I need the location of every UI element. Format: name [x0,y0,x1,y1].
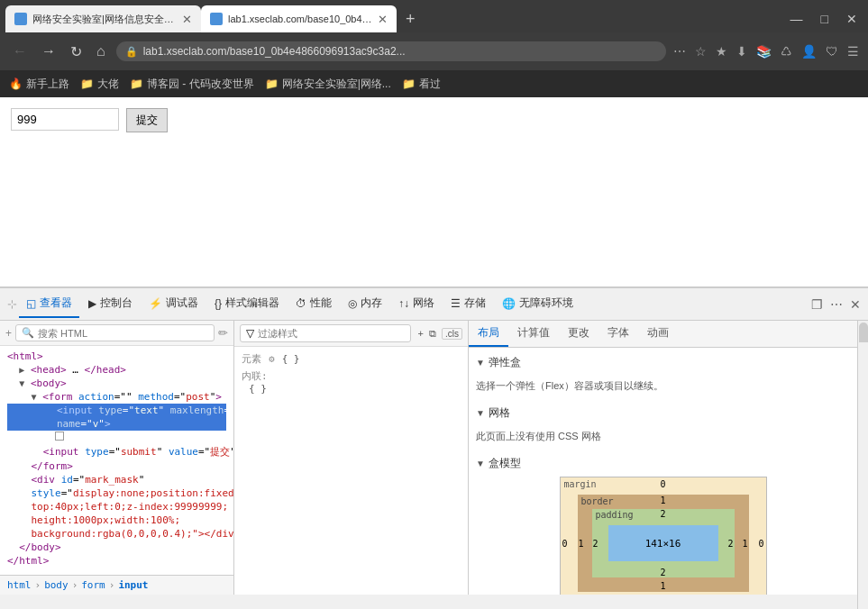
maximize-button[interactable]: □ [816,10,834,28]
close-button[interactable]: ✕ [841,10,863,28]
devtools-picker-icon[interactable]: ⊹ [7,297,17,311]
border-bottom-val: 1 [660,581,665,591]
html-line-body-close[interactable]: </body> [7,541,226,554]
html-line-form[interactable]: ▼ <form action="" method="post"> [7,390,226,404]
lt-tab-layout[interactable]: 布局 [469,321,508,347]
css-cls-badge[interactable]: .cls [442,328,462,340]
margin-left-val: 0 [562,539,568,549]
style-editor-icon: {} [215,297,222,310]
box-section: ▼ 盒模型 margin 0 0 0 0 [476,456,850,595]
layout-tabs: 布局 计算值 更改 字体 动画 [469,321,857,348]
css-add-icon[interactable]: + [418,328,424,340]
css-copy-icon[interactable]: ⧉ [429,328,436,340]
bookmark-cnblogs[interactable]: 📁 博客园 - 代码改变世界 [130,77,254,92]
html-search-input[interactable] [38,328,208,339]
tab-bar: 网络安全实验室|网络信息安全攻防... ✕ lab1.xseclab.com/b… [0,0,868,32]
lt-tab-computed[interactable]: 计算值 [508,321,559,347]
address-text: lab1.xseclab.com/base10_0b4e4866096913ac… [143,45,657,58]
dt-tab-network[interactable]: ↑↓ 网络 [391,290,442,318]
html-search-box[interactable]: 🔍 [15,324,215,341]
devtools-more-icon[interactable]: ⋯ [830,297,843,312]
bookmark-dalo[interactable]: 📁 大佬 [80,77,119,92]
tab-close-1[interactable]: ✕ [182,13,192,26]
html-line-html[interactable]: <html> [7,350,226,363]
tab-2[interactable]: lab1.xseclab.com/base10_0b4e4... ✕ [201,5,397,32]
breadcrumb-html[interactable]: html [7,579,32,591]
html-line-html-close[interactable]: </html> [7,554,226,568]
library-icon[interactable]: 📚 [756,44,772,59]
html-line-div[interactable]: <div id="mark_mask" [7,473,226,486]
minimize-button[interactable]: — [785,10,809,28]
breadcrumb-body[interactable]: body [44,579,69,591]
css-icons: + ⧉ .cls [418,328,462,340]
dt-tab-storage[interactable]: ☰ 存储 [443,290,493,318]
box-section-title[interactable]: ▼ 盒模型 [476,456,850,471]
flex-section-title[interactable]: ▼ 弹性盒 [476,355,850,370]
debugger-label: 调试器 [166,295,198,311]
add-node-icon[interactable]: + [5,327,12,340]
padding-top-val: 2 [660,509,665,519]
lt-tab-animation[interactable]: 动画 [638,321,678,347]
lt-tab-changes[interactable]: 更改 [559,321,598,347]
flex-placeholder: 选择一个弹性（Flex）容器或项目以继续。 [476,376,850,396]
reload-button[interactable]: ↻ [67,41,86,62]
page-text-input[interactable] [11,108,119,131]
tab-close-2[interactable]: ✕ [378,13,388,26]
html-line-checkbox[interactable] [7,431,226,444]
css-settings-icon[interactable]: ⚙ [269,353,275,365]
debugger-icon: ⚡ [149,297,162,310]
breadcrumb-form[interactable]: form [81,579,105,591]
network-icon: ↑↓ [398,297,409,310]
profile-icon[interactable]: 👤 [801,44,817,59]
html-line-head[interactable]: ▶ <head> … </head> [7,363,226,377]
page-submit-button[interactable]: 提交 [126,108,168,132]
tab-1[interactable]: 网络安全实验室|网络信息安全攻防... ✕ [5,5,201,32]
content-box: 141×16 [608,525,718,561]
filter-icon: ▽ [246,327,254,340]
devtools-copy-icon[interactable]: ❐ [811,297,823,312]
new-tab-button[interactable]: + [400,10,421,29]
bookmark-fire-icon: 🔥 [9,77,23,90]
download-icon[interactable]: ⬇ [736,44,747,59]
bookmark-watched[interactable]: 📁 看过 [402,77,441,92]
bookmark-icon[interactable]: ☆ [695,44,707,59]
html-pen-icon[interactable]: ✏ [218,326,228,340]
html-line-body[interactable]: ▼ <body> [7,377,226,390]
inspector-icon: ◱ [26,297,36,310]
bookmark-fire[interactable]: 🔥 新手上路 [9,77,69,92]
border-left-val: 1 [579,539,584,549]
address-bar[interactable]: 🔒 lab1.xseclab.com/base10_0b4e4866096913… [116,41,666,61]
html-line-div-style4[interactable]: background:rgba(0,0,0,0.4);"></div> [7,527,226,541]
dt-tab-accessibility[interactable]: 🌐 无障碍环境 [495,290,580,318]
html-line-input-name[interactable]: name="v"> [7,417,226,431]
dt-tab-debugger[interactable]: ⚡ 调试器 [142,290,206,318]
menu-icon[interactable]: ☰ [847,44,859,59]
html-line-div-style3[interactable]: height:1000px;width:100%; [7,514,226,527]
bookmark-dalo-label: 大佬 [97,77,119,92]
accessibility-label: 无障碍环境 [519,295,573,311]
bookmark-filled-icon[interactable]: ★ [716,44,727,59]
html-line-submit[interactable]: <input type="submit" value="提交"> [7,444,226,459]
dt-tab-style-editor[interactable]: {} 样式编辑器 [207,290,287,318]
dt-tab-memory[interactable]: ◎ 内存 [341,290,389,318]
bookmark-security[interactable]: 📁 网络安全实验室|网络... [265,77,391,92]
breadcrumb-input[interactable]: input [118,579,148,591]
forward-button[interactable]: → [38,41,59,61]
html-line-div-style1[interactable]: style="display:none;position:fixed; [7,486,226,500]
grid-section-title[interactable]: ▼ 网格 [476,405,850,421]
more-icon[interactable]: ⋯ [673,44,686,59]
dt-tab-performance[interactable]: ⏱ 性能 [288,290,339,318]
back-button[interactable]: ← [9,41,31,61]
css-filter-box[interactable]: ▽ [240,324,411,342]
home-button[interactable]: ⌂ [93,41,109,61]
dt-tab-console[interactable]: ▶ 控制台 [81,290,140,318]
lt-tab-font[interactable]: 字体 [598,321,638,347]
sync-icon[interactable]: ♺ [781,44,792,59]
dt-tab-inspector[interactable]: ◱ 查看器 [19,290,79,318]
html-line-div-style2[interactable]: top:40px;left:0;z-index:99999999; [7,500,226,514]
devtools-close-icon[interactable]: ✕ [850,297,861,312]
shield-icon[interactable]: 🛡 [826,44,838,59]
css-filter-input[interactable] [258,328,405,339]
html-line-input-selected[interactable]: <input type="text" maxlength="3" [7,404,226,417]
html-line-form-close[interactable]: </form> [7,459,226,473]
